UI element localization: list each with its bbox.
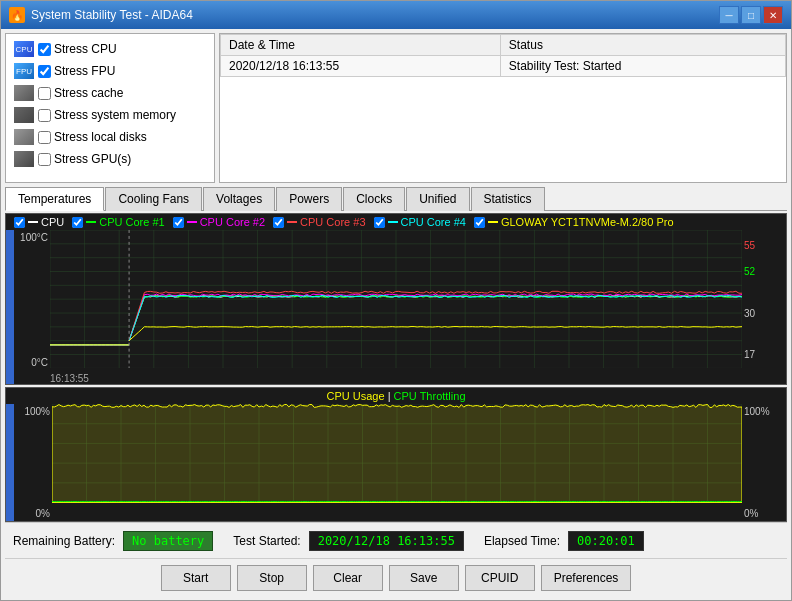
stress-label-gpu[interactable]: Stress GPU(s) bbox=[38, 152, 131, 166]
elapsed-time-label: Elapsed Time: bbox=[484, 534, 560, 548]
stress-item-fpu: FPUStress FPU bbox=[14, 60, 206, 82]
stress-checkbox-cpu[interactable] bbox=[38, 43, 51, 56]
window-title: System Stability Test - AIDA64 bbox=[31, 8, 193, 22]
stress-checkbox-fpu[interactable] bbox=[38, 65, 51, 78]
stress-icon-memory bbox=[14, 107, 34, 123]
main-content: CPUStress CPUFPUStress FPUStress cacheSt… bbox=[1, 29, 791, 600]
stress-label-fpu[interactable]: Stress FPU bbox=[38, 64, 115, 78]
legend-checkbox-cpu-core-#2[interactable] bbox=[173, 217, 184, 228]
legend-checkbox-gloway-yct1tnvme-m.2/80-pro[interactable] bbox=[474, 217, 485, 228]
stress-item-gpu: Stress GPU(s) bbox=[14, 148, 206, 170]
tabs-container: TemperaturesCooling FansVoltagesPowersCl… bbox=[5, 187, 787, 211]
legend-item-cpu-core-#4: CPU Core #4 bbox=[374, 216, 466, 228]
tab-powers[interactable]: Powers bbox=[276, 187, 342, 211]
tab-temperatures[interactable]: Temperatures bbox=[5, 187, 104, 211]
stress-text-cpu: Stress CPU bbox=[54, 42, 117, 56]
legend-item-gloway-yct1tnvme-m.2/80-pro: GLOWAY YCT1TNVMe-M.2/80 Pro bbox=[474, 216, 674, 228]
cpu-right-labels: 100% 0% bbox=[742, 404, 786, 521]
legend-checkbox-cpu-core-#3[interactable] bbox=[273, 217, 284, 228]
title-bar: 🔥 System Stability Test - AIDA64 ─ □ ✕ bbox=[1, 1, 791, 29]
chart2-side-bar bbox=[6, 404, 14, 521]
legend-checkbox-cpu[interactable] bbox=[14, 217, 25, 228]
status-table: Date & Time Status 2020/12/18 16:13:55St… bbox=[220, 34, 786, 77]
cpu-chart-title: CPU Usage | CPU Throttling bbox=[6, 388, 786, 404]
x-axis-label: 16:13:55 bbox=[50, 373, 89, 384]
cpu-throttling-label: CPU Throttling bbox=[394, 390, 466, 402]
clear-button[interactable]: Clear bbox=[313, 565, 383, 591]
tab-unified[interactable]: Unified bbox=[406, 187, 469, 211]
right-labels: 55 52 30 17 bbox=[742, 230, 786, 370]
charts-area: CPUCPU Core #1CPU Core #2CPU Core #3CPU … bbox=[5, 213, 787, 522]
y-max-label: 100°C bbox=[16, 232, 48, 243]
status-datetime: 2020/12/18 16:13:55 bbox=[221, 56, 501, 77]
close-button[interactable]: ✕ bbox=[763, 6, 783, 24]
legend-color-cpu-core-#1 bbox=[86, 221, 96, 223]
start-button[interactable]: Start bbox=[161, 565, 231, 591]
stress-icon-gpu bbox=[14, 151, 34, 167]
title-bar-left: 🔥 System Stability Test - AIDA64 bbox=[9, 7, 193, 23]
status-text: Stability Test: Started bbox=[500, 56, 785, 77]
main-window: 🔥 System Stability Test - AIDA64 ─ □ ✕ C… bbox=[0, 0, 792, 601]
cpu-usage-label: CPU Usage bbox=[327, 390, 385, 402]
status-panel: Date & Time Status 2020/12/18 16:13:55St… bbox=[219, 33, 787, 183]
legend-item-cpu-core-#2: CPU Core #2 bbox=[173, 216, 265, 228]
legend-item-cpu-core-#1: CPU Core #1 bbox=[72, 216, 164, 228]
stress-checkbox-memory[interactable] bbox=[38, 109, 51, 122]
stress-label-cache[interactable]: Stress cache bbox=[38, 86, 123, 100]
legend-text-cpu-core-#2: CPU Core #2 bbox=[200, 216, 265, 228]
title-controls: ─ □ ✕ bbox=[719, 6, 783, 24]
minimize-button[interactable]: ─ bbox=[719, 6, 739, 24]
stress-text-cache: Stress cache bbox=[54, 86, 123, 100]
legend-color-cpu-core-#3 bbox=[287, 221, 297, 223]
stress-icon-disk bbox=[14, 129, 34, 145]
stress-checkbox-gpu[interactable] bbox=[38, 153, 51, 166]
temperature-chart: CPUCPU Core #1CPU Core #2CPU Core #3CPU … bbox=[5, 213, 787, 385]
stress-item-memory: Stress system memory bbox=[14, 104, 206, 126]
tab-statistics[interactable]: Statistics bbox=[471, 187, 545, 211]
tab-clocks[interactable]: Clocks bbox=[343, 187, 405, 211]
bottom-bar: Remaining Battery: No battery Test Start… bbox=[5, 522, 787, 558]
stress-icon-cache bbox=[14, 85, 34, 101]
stress-text-disk: Stress local disks bbox=[54, 130, 147, 144]
temperature-chart-svg bbox=[50, 230, 742, 368]
legend-text-cpu: CPU bbox=[41, 216, 64, 228]
stress-icon-fpu: FPU bbox=[14, 63, 34, 79]
action-bar: Start Stop Clear Save CPUID Preferences bbox=[5, 558, 787, 596]
cpuid-button[interactable]: CPUID bbox=[465, 565, 535, 591]
stress-checkbox-disk[interactable] bbox=[38, 131, 51, 144]
legend-item-cpu-core-#3: CPU Core #3 bbox=[273, 216, 365, 228]
stress-label-memory[interactable]: Stress system memory bbox=[38, 108, 176, 122]
cpu-chart-svg bbox=[52, 404, 742, 503]
legend-checkbox-cpu-core-#4[interactable] bbox=[374, 217, 385, 228]
tab-voltages[interactable]: Voltages bbox=[203, 187, 275, 211]
stress-text-fpu: Stress FPU bbox=[54, 64, 115, 78]
preferences-button[interactable]: Preferences bbox=[541, 565, 632, 591]
legend-checkbox-cpu-core-#1[interactable] bbox=[72, 217, 83, 228]
y-axis-labels: 100°C 0°C bbox=[14, 230, 50, 370]
stress-checkbox-cache[interactable] bbox=[38, 87, 51, 100]
stop-button[interactable]: Stop bbox=[237, 565, 307, 591]
stress-icon-cpu: CPU bbox=[14, 41, 34, 57]
remaining-battery-label: Remaining Battery: bbox=[13, 534, 115, 548]
legend-color-cpu bbox=[28, 221, 38, 223]
remaining-battery-value: No battery bbox=[123, 531, 213, 551]
legend-text-gloway-yct1tnvme-m.2/80-pro: GLOWAY YCT1TNVMe-M.2/80 Pro bbox=[501, 216, 674, 228]
stress-item-disk: Stress local disks bbox=[14, 126, 206, 148]
maximize-button[interactable]: □ bbox=[741, 6, 761, 24]
chart-side-bar bbox=[6, 230, 14, 384]
stress-label-cpu[interactable]: Stress CPU bbox=[38, 42, 117, 56]
tab-coolingFans[interactable]: Cooling Fans bbox=[105, 187, 202, 211]
cpu-usage-chart: CPU Usage | CPU Throttling 100% 0% bbox=[5, 387, 787, 522]
y-min-label: 0°C bbox=[16, 357, 48, 368]
cpu-y-labels: 100% 0% bbox=[14, 404, 52, 521]
legend-color-cpu-core-#4 bbox=[388, 221, 398, 223]
elapsed-time-value: 00:20:01 bbox=[568, 531, 644, 551]
cpu-plot-area: 100% 0% 100% 0% bbox=[14, 404, 786, 521]
col-datetime: Date & Time bbox=[221, 35, 501, 56]
legend-text-cpu-core-#3: CPU Core #3 bbox=[300, 216, 365, 228]
stress-label-disk[interactable]: Stress local disks bbox=[38, 130, 147, 144]
save-button[interactable]: Save bbox=[389, 565, 459, 591]
legend-text-cpu-core-#4: CPU Core #4 bbox=[401, 216, 466, 228]
test-started-label: Test Started: bbox=[233, 534, 300, 548]
col-status: Status bbox=[500, 35, 785, 56]
